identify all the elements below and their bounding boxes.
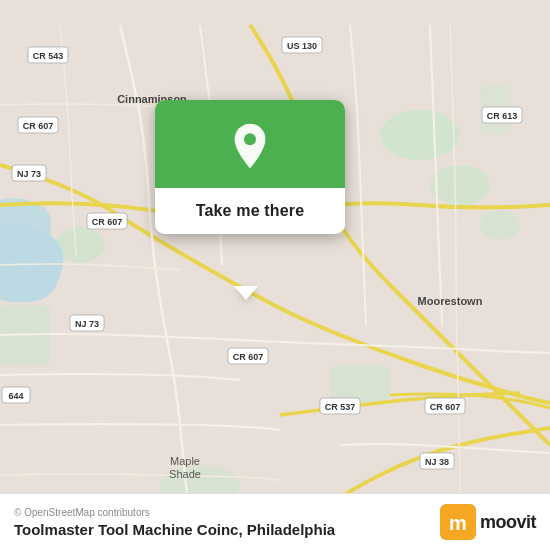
svg-point-1 [380,110,460,160]
svg-text:CR 607: CR 607 [92,217,123,227]
take-me-there-button[interactable]: Take me there [155,188,345,234]
svg-point-7 [480,210,520,240]
svg-text:CR 607: CR 607 [430,402,461,412]
svg-text:CR 613: CR 613 [487,111,518,121]
place-name: Toolmaster Tool Machine Coinc, Philadelp… [14,521,335,538]
svg-text:Moorestown: Moorestown [418,295,483,307]
svg-text:US 130: US 130 [287,41,317,51]
svg-text:m: m [449,512,467,534]
svg-text:CR 607: CR 607 [23,121,54,131]
svg-point-37 [244,133,256,145]
map-container: CR 543 US 130 CR 607 NJ 73 CR 613 CR 607… [0,0,550,550]
popup-tail [234,286,258,300]
svg-text:NJ 73: NJ 73 [75,319,99,329]
popup-card: Take me there [155,100,345,234]
map-background: CR 543 US 130 CR 607 NJ 73 CR 613 CR 607… [0,0,550,550]
location-pin-icon [226,122,274,170]
svg-text:CR 543: CR 543 [33,51,64,61]
svg-text:NJ 38: NJ 38 [425,457,449,467]
moovit-label: moovit [480,512,536,533]
svg-text:NJ 73: NJ 73 [17,169,41,179]
svg-point-2 [430,165,490,205]
popup-green-area [155,100,345,188]
bottom-bar: © OpenStreetMap contributors Toolmaster … [0,493,550,550]
svg-text:Maple: Maple [170,455,200,467]
svg-text:Shade: Shade [169,468,201,480]
svg-text:CR 607: CR 607 [233,352,264,362]
map-attribution: © OpenStreetMap contributors [14,507,335,518]
bottom-bar-text: © OpenStreetMap contributors Toolmaster … [14,507,335,538]
svg-text:CR 537: CR 537 [325,402,356,412]
moovit-logo: m moovit [440,504,536,540]
moovit-icon: m [440,504,476,540]
svg-text:644: 644 [8,391,23,401]
